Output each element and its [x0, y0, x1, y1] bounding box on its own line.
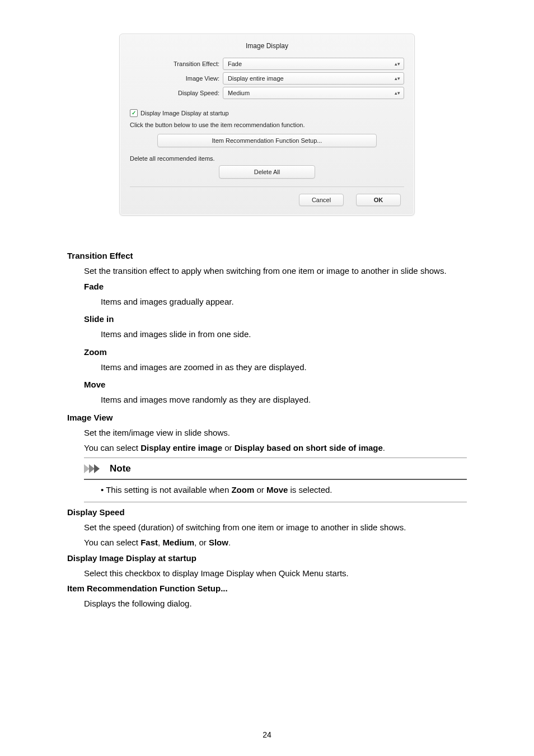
ok-button[interactable]: OK	[356, 194, 401, 206]
transition-effect-desc: Set the transition effect to apply when …	[84, 264, 467, 277]
dialog-title: Image Display	[130, 42, 404, 55]
image-display-dialog: Image Display Transition Effect: Fade ▴▾…	[119, 34, 415, 216]
documentation-body: Transition Effect Set the transition eff…	[67, 249, 467, 610]
note-heading: Note	[110, 461, 131, 476]
display-speed-heading: Display Speed	[67, 506, 467, 519]
display-speed-label: Display Speed:	[130, 90, 223, 96]
display-speed-desc2: You can select Fast, Medium, or Slow.	[84, 536, 467, 549]
move-heading: Move	[84, 378, 467, 391]
display-speed-select[interactable]: Medium ▴▾	[223, 87, 404, 99]
note-text: • This setting is not available when Zoo…	[101, 483, 467, 496]
transition-effect-value: Fade	[228, 60, 242, 67]
image-view-desc1: Set the item/image view in slide shows.	[84, 426, 467, 439]
fade-heading: Fade	[84, 280, 467, 293]
dialog-separator	[130, 186, 404, 187]
note-box: Note • This setting is not available whe…	[84, 458, 467, 502]
startup-checkbox[interactable]	[130, 109, 138, 117]
display-speed-value: Medium	[228, 90, 250, 96]
startup-checkbox-label: Display Image Display at startup	[140, 110, 229, 116]
slide-in-desc: Items and images slide in from one side.	[101, 328, 467, 340]
note-chevrons-icon	[84, 464, 106, 473]
item-rec-hint: Click the button below to use the item r…	[130, 122, 404, 128]
image-view-label: Image View:	[130, 75, 223, 82]
image-view-select[interactable]: Display entire image ▴▾	[223, 72, 404, 85]
transition-effect-heading: Transition Effect	[67, 249, 467, 262]
svg-marker-0	[84, 464, 90, 473]
svg-marker-1	[89, 464, 95, 473]
select-chevrons-icon: ▴▾	[395, 91, 400, 95]
transition-effect-label: Transition Effect:	[130, 60, 223, 67]
zoom-heading: Zoom	[84, 346, 467, 358]
cancel-button[interactable]: Cancel	[299, 194, 344, 206]
page-number: 24	[0, 730, 534, 739]
item-recommendation-desc: Displays the following dialog.	[84, 597, 467, 610]
select-chevrons-icon: ▴▾	[395, 62, 400, 66]
fade-desc: Items and images gradually appear.	[101, 295, 467, 308]
item-recommendation-setup-button[interactable]: Item Recommendation Function Setup...	[157, 134, 377, 147]
display-at-startup-desc: Select this checkbox to display Image Di…	[84, 567, 467, 580]
display-speed-desc1: Set the speed (duration) of switching fr…	[84, 521, 467, 534]
move-desc: Items and images move randomly as they a…	[101, 393, 467, 406]
display-at-startup-heading: Display Image Display at startup	[67, 552, 467, 564]
delete-items-text: Delete all recommended items.	[130, 155, 404, 162]
transition-effect-select[interactable]: Fade ▴▾	[223, 58, 404, 70]
image-view-value: Display entire image	[228, 75, 284, 82]
item-recommendation-heading: Item Recommendation Function Setup...	[67, 582, 467, 595]
select-chevrons-icon: ▴▾	[395, 77, 400, 81]
slide-in-heading: Slide in	[84, 312, 467, 325]
delete-all-button[interactable]: Delete All	[219, 165, 315, 179]
image-view-desc2: You can select Display entire image or D…	[84, 441, 467, 454]
zoom-desc: Items and images are zoomed in as they a…	[101, 361, 467, 374]
svg-marker-2	[94, 464, 100, 473]
image-view-heading: Image View	[67, 411, 467, 424]
